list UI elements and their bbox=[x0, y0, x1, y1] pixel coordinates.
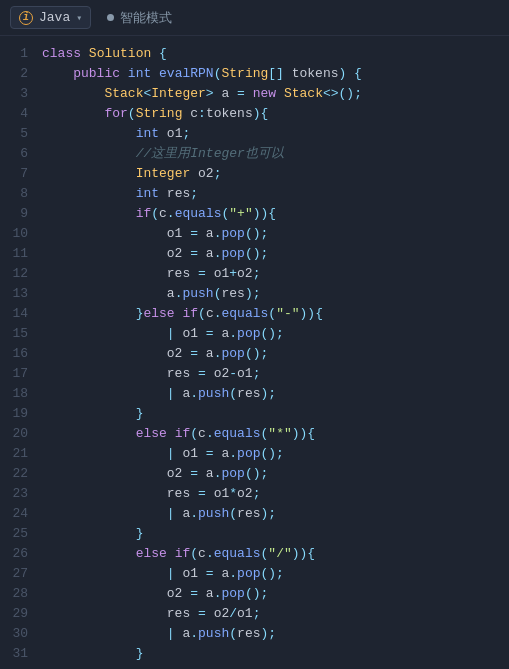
code-line-24: | a.push(res); bbox=[42, 504, 509, 524]
line-num: 7 bbox=[0, 164, 28, 184]
smart-mode-indicator: 智能模式 bbox=[107, 9, 172, 27]
code-line-18: | a.push(res); bbox=[42, 384, 509, 404]
code-line-12: res = o1+o2; bbox=[42, 264, 509, 284]
line-num: 10 bbox=[0, 224, 28, 244]
info-icon: i bbox=[19, 11, 33, 25]
code-line-27: | o1 = a.pop(); bbox=[42, 564, 509, 584]
smart-mode-label: 智能模式 bbox=[120, 9, 172, 27]
code-line-23: res = o1*o2; bbox=[42, 484, 509, 504]
line-num: 29 bbox=[0, 604, 28, 624]
code-line-17: res = o2-o1; bbox=[42, 364, 509, 384]
line-num: 1 bbox=[0, 44, 28, 64]
code-line-13: a.push(res); bbox=[42, 284, 509, 304]
line-num: 14 bbox=[0, 304, 28, 324]
line-num: 6 bbox=[0, 144, 28, 164]
code-line-4: for(String c:tokens){ bbox=[42, 104, 509, 124]
line-num: 19 bbox=[0, 404, 28, 424]
language-label: Java bbox=[39, 10, 70, 25]
language-selector[interactable]: i Java ▾ bbox=[10, 6, 91, 29]
code-line-1: class Solution { bbox=[42, 44, 509, 64]
line-num: 23 bbox=[0, 484, 28, 504]
line-num: 27 bbox=[0, 564, 28, 584]
top-bar: i Java ▾ 智能模式 bbox=[0, 0, 509, 36]
code-line-22: o2 = a.pop(); bbox=[42, 464, 509, 484]
line-num: 31 bbox=[0, 644, 28, 664]
code-line-14: }else if(c.equals("-")){ bbox=[42, 304, 509, 324]
line-num: 8 bbox=[0, 184, 28, 204]
code-line-29: res = o2/o1; bbox=[42, 604, 509, 624]
line-num: 30 bbox=[0, 624, 28, 644]
code-line-25: } bbox=[42, 524, 509, 544]
line-num: 2 bbox=[0, 64, 28, 84]
code-editor: 1 2 3 4 5 6 7 8 9 10 11 12 13 14 15 16 1… bbox=[0, 36, 509, 669]
code-line-19: } bbox=[42, 404, 509, 424]
code-line-21: | o1 = a.pop(); bbox=[42, 444, 509, 464]
code-line-26: else if(c.equals("/")){ bbox=[42, 544, 509, 564]
code-line-15: | o1 = a.pop(); bbox=[42, 324, 509, 344]
line-num: 16 bbox=[0, 344, 28, 364]
line-num: 5 bbox=[0, 124, 28, 144]
line-numbers: 1 2 3 4 5 6 7 8 9 10 11 12 13 14 15 16 1… bbox=[0, 36, 38, 669]
code-line-9: if(c.equals("+")){ bbox=[42, 204, 509, 224]
line-num: 3 bbox=[0, 84, 28, 104]
code-line-7: Integer o2; bbox=[42, 164, 509, 184]
line-num: 13 bbox=[0, 284, 28, 304]
line-num: 11 bbox=[0, 244, 28, 264]
line-num: 4 bbox=[0, 104, 28, 124]
line-num: 26 bbox=[0, 544, 28, 564]
code-line-5: int o1; bbox=[42, 124, 509, 144]
line-num: 18 bbox=[0, 384, 28, 404]
code-line-16: o2 = a.pop(); bbox=[42, 344, 509, 364]
code-line-11: o2 = a.pop(); bbox=[42, 244, 509, 264]
code-line-3: Stack<Integer> a = new Stack<>(); bbox=[42, 84, 509, 104]
smart-mode-dot bbox=[107, 14, 114, 21]
line-num: 28 bbox=[0, 584, 28, 604]
line-num: 25 bbox=[0, 524, 28, 544]
line-num: 17 bbox=[0, 364, 28, 384]
code-line-30: | a.push(res); bbox=[42, 624, 509, 644]
code-line-20: else if(c.equals("*")){ bbox=[42, 424, 509, 444]
code-line-8: int res; bbox=[42, 184, 509, 204]
line-num: 24 bbox=[0, 504, 28, 524]
code-line-6: //这里用Integer也可以 bbox=[42, 144, 509, 164]
line-num: 21 bbox=[0, 444, 28, 464]
code-line-2: public int evalRPN(String[] tokens) { bbox=[42, 64, 509, 84]
code-line-28: o2 = a.pop(); bbox=[42, 584, 509, 604]
line-num: 22 bbox=[0, 464, 28, 484]
line-num: 20 bbox=[0, 424, 28, 444]
code-line-10: o1 = a.pop(); bbox=[42, 224, 509, 244]
line-num: 15 bbox=[0, 324, 28, 344]
chevron-down-icon: ▾ bbox=[76, 12, 82, 24]
code-content: class Solution { public int evalRPN(Stri… bbox=[38, 36, 509, 669]
code-line-31: } bbox=[42, 644, 509, 664]
line-num: 9 bbox=[0, 204, 28, 224]
line-num: 12 bbox=[0, 264, 28, 284]
